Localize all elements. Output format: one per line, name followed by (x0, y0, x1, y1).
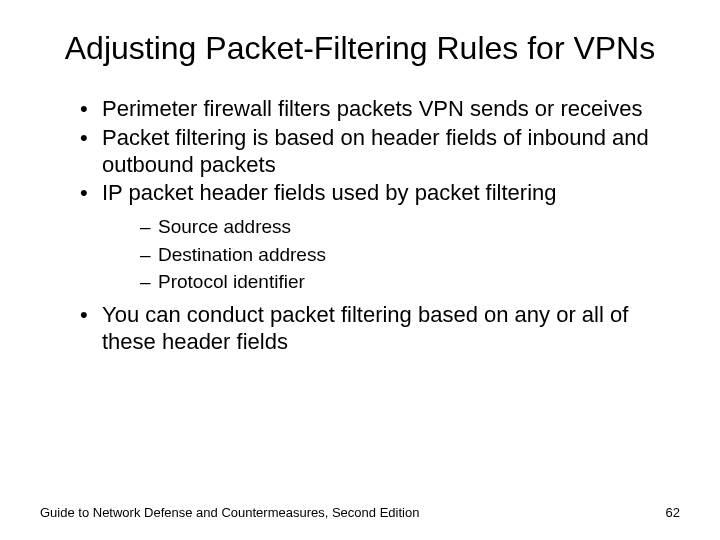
bullet-item: IP packet header fields used by packet f… (80, 180, 680, 295)
bullet-list: Perimeter firewall filters packets VPN s… (40, 96, 680, 356)
sub-bullet-item: Source address (140, 213, 680, 241)
bullet-item: Perimeter firewall filters packets VPN s… (80, 96, 680, 123)
sub-bullet-text: Protocol identifier (158, 271, 305, 292)
sub-bullet-list: Source address Destination address Proto… (102, 213, 680, 296)
bullet-text: Perimeter firewall filters packets VPN s… (102, 96, 642, 121)
bullet-text: IP packet header fields used by packet f… (102, 180, 557, 205)
bullet-item: Packet filtering is based on header fiel… (80, 125, 680, 179)
sub-bullet-text: Source address (158, 216, 291, 237)
bullet-text: Packet filtering is based on header fiel… (102, 125, 649, 177)
sub-bullet-item: Destination address (140, 241, 680, 269)
bullet-text: You can conduct packet filtering based o… (102, 302, 628, 354)
footer-source: Guide to Network Defense and Countermeas… (40, 505, 419, 520)
slide-footer: Guide to Network Defense and Countermeas… (40, 505, 680, 520)
bullet-item: You can conduct packet filtering based o… (80, 302, 680, 356)
sub-bullet-item: Protocol identifier (140, 268, 680, 296)
slide-title: Adjusting Packet-Filtering Rules for VPN… (40, 28, 680, 68)
sub-bullet-text: Destination address (158, 244, 326, 265)
slide-number: 62 (666, 505, 680, 520)
